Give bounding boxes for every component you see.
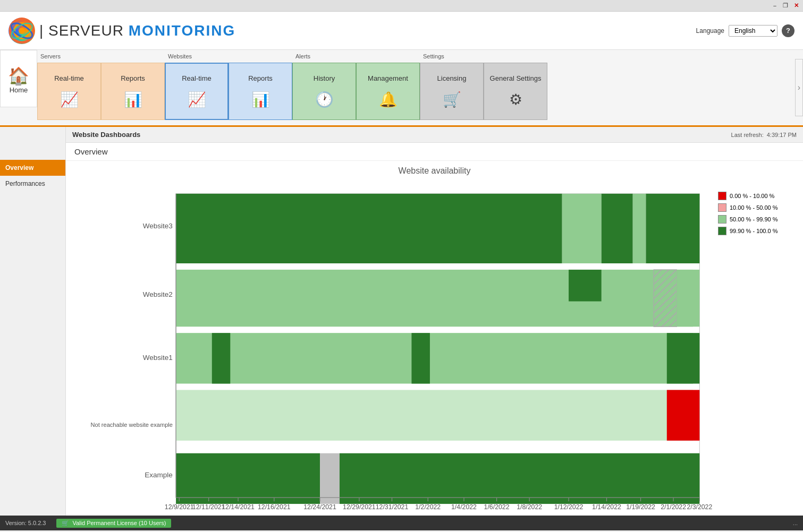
main-content: Website Dashboards Last refresh: 4:39:17… bbox=[66, 127, 803, 516]
legend-item-2: 50.00 % - 99.90 % bbox=[718, 215, 798, 224]
svg-text:12/31/2021: 12/31/2021 bbox=[376, 503, 409, 510]
svg-text:1/8/2022: 1/8/2022 bbox=[517, 503, 542, 510]
nav-bar: 🏠 Home Servers Real-time 📈 Reports 📊 Web… bbox=[0, 50, 803, 127]
legend-item-1: 10.00 % - 50.00 % bbox=[718, 203, 798, 212]
nav-home[interactable]: 🏠 Home bbox=[0, 50, 37, 107]
svg-rect-22 bbox=[569, 270, 602, 302]
close-button[interactable]: ✕ bbox=[791, 1, 801, 11]
svg-text:2/3/2022: 2/3/2022 bbox=[687, 503, 712, 510]
svg-rect-28 bbox=[633, 194, 646, 263]
legend-label-0: 0.00 % - 10.00 % bbox=[730, 193, 774, 199]
restore-button[interactable]: ❐ bbox=[781, 1, 790, 11]
nav-section-settings: Settings Licensing 🛒 General Settings ⚙ bbox=[420, 50, 547, 125]
nav-servers-realtime[interactable]: Real-time 📈 bbox=[37, 63, 101, 120]
nav-section-servers: Servers Real-time 📈 Reports 📊 bbox=[37, 50, 165, 125]
svg-text:Website3: Website3 bbox=[143, 222, 173, 230]
legend-label-1: 10.00 % - 50.00 % bbox=[730, 204, 778, 211]
nav-servers-reports[interactable]: Reports 📊 bbox=[101, 63, 165, 120]
logo-icon bbox=[9, 18, 35, 44]
svg-text:Website1: Website1 bbox=[143, 354, 173, 362]
title-bar: − ❐ ✕ bbox=[0, 0, 803, 12]
svg-text:Example: Example bbox=[145, 471, 173, 479]
legend-item-3: 99.90 % - 100.0 % bbox=[718, 227, 798, 235]
svg-rect-12 bbox=[176, 453, 320, 504]
status-dots: ... bbox=[793, 520, 798, 526]
status-version: Version: 5.0.2.3 bbox=[5, 520, 46, 526]
svg-rect-29 bbox=[646, 194, 699, 263]
dashboard-title: Website Dashboards bbox=[72, 131, 140, 139]
svg-text:2/1/2022: 2/1/2022 bbox=[661, 503, 686, 510]
app-header: | SERVEUR MONITORING Language English Fr… bbox=[0, 12, 803, 50]
svg-rect-13 bbox=[320, 453, 340, 504]
nav-websites-realtime[interactable]: Real-time 📈 bbox=[165, 63, 229, 120]
nav-alerts-management[interactable]: Management 🔔 bbox=[356, 63, 420, 120]
availability-chart: Website3 Website2 Website1 Not reachable… bbox=[71, 181, 713, 510]
svg-text:1/2/2022: 1/2/2022 bbox=[415, 503, 441, 510]
nav-section-settings-label: Settings bbox=[420, 50, 547, 63]
logo-text: | SERVEUR MONITORING bbox=[39, 22, 235, 39]
svg-text:12/11/2021: 12/11/2021 bbox=[192, 503, 225, 510]
nav-section-websites-label: Websites bbox=[165, 50, 292, 63]
legend-item-0: 0.00 % - 10.00 % bbox=[718, 192, 798, 200]
home-icon: 🏠 bbox=[8, 66, 29, 86]
svg-text:12/14/2021: 12/14/2021 bbox=[222, 503, 255, 510]
svg-text:1/12/2022: 1/12/2022 bbox=[554, 503, 584, 510]
logo: | SERVEUR MONITORING bbox=[9, 18, 235, 44]
last-refresh-time: 4:39:17 PM bbox=[767, 132, 797, 138]
svg-rect-18 bbox=[212, 333, 230, 383]
svg-text:12/16/2021: 12/16/2021 bbox=[258, 503, 291, 510]
svg-text:1/14/2022: 1/14/2022 bbox=[592, 503, 621, 510]
minimize-button[interactable]: − bbox=[770, 1, 780, 11]
content-wrapper: Overview Performances Website Dashboards… bbox=[0, 127, 803, 516]
sidebar-item-overview[interactable]: Overview bbox=[0, 160, 65, 176]
legend-label-3: 99.90 % - 100.0 % bbox=[730, 228, 778, 234]
svg-rect-14 bbox=[340, 453, 699, 504]
svg-rect-17 bbox=[176, 333, 693, 383]
svg-rect-23 bbox=[654, 270, 677, 327]
legend-color-2 bbox=[718, 215, 726, 224]
nav-section-alerts: Alerts History 🕐 Management 🔔 bbox=[292, 50, 420, 125]
chart-area: Website3 Website2 Website1 Not reachable… bbox=[71, 181, 798, 510]
nav-settings-general[interactable]: General Settings ⚙ bbox=[484, 63, 547, 120]
home-label: Home bbox=[10, 86, 28, 94]
svg-rect-27 bbox=[602, 194, 633, 263]
legend-label-2: 50.00 % - 99.90 % bbox=[730, 216, 778, 222]
help-button[interactable]: ? bbox=[782, 24, 794, 37]
svg-text:1/4/2022: 1/4/2022 bbox=[451, 503, 477, 510]
svg-rect-24 bbox=[677, 270, 699, 327]
svg-text:12/24/2021: 12/24/2021 bbox=[303, 503, 336, 510]
chart-legend: 0.00 % - 10.00 % 10.00 % - 50.00 % 50.00… bbox=[713, 181, 798, 510]
nav-websites-reports[interactable]: Reports 📊 bbox=[229, 63, 292, 120]
nav-scroll-right[interactable]: › bbox=[795, 59, 803, 116]
status-bar: Version: 5.0.2.3 🛒 Valid Permanent Licen… bbox=[0, 516, 803, 530]
status-license: 🛒 Valid Permanent License (10 Users) bbox=[56, 519, 171, 528]
last-refresh-label: Last refresh: bbox=[731, 132, 764, 138]
chart-title: Website availability bbox=[71, 166, 798, 176]
nav-alerts-history[interactable]: History 🕐 bbox=[292, 63, 356, 120]
svg-rect-15 bbox=[176, 390, 693, 440]
svg-rect-19 bbox=[411, 333, 429, 383]
dashboard-header: Website Dashboards Last refresh: 4:39:17… bbox=[66, 127, 803, 143]
sidebar-item-performances[interactable]: Performances bbox=[0, 176, 65, 192]
refresh-info: Last refresh: 4:39:17 PM bbox=[731, 132, 797, 138]
nav-section-servers-label: Servers bbox=[37, 50, 165, 63]
sidebar: Overview Performances bbox=[0, 127, 66, 516]
language-select[interactable]: English French German bbox=[729, 25, 777, 37]
legend-color-0 bbox=[718, 192, 726, 200]
svg-text:12/29/2021: 12/29/2021 bbox=[343, 503, 376, 510]
header-right: Language English French German ? bbox=[696, 24, 794, 37]
svg-rect-21 bbox=[176, 270, 693, 327]
nav-settings-licensing[interactable]: Licensing 🛒 bbox=[420, 63, 484, 120]
svg-text:Not reachable website example: Not reachable website example bbox=[91, 422, 173, 428]
language-label: Language bbox=[696, 27, 724, 35]
svg-point-2 bbox=[19, 28, 25, 34]
svg-text:1/6/2022: 1/6/2022 bbox=[484, 503, 510, 510]
license-text: Valid Permanent License (10 Users) bbox=[72, 520, 166, 526]
svg-rect-20 bbox=[667, 333, 700, 383]
nav-section-alerts-label: Alerts bbox=[292, 50, 420, 63]
svg-text:1/19/2022: 1/19/2022 bbox=[626, 503, 655, 510]
svg-text:Website2: Website2 bbox=[143, 290, 173, 298]
chart-svg-area: Website3 Website2 Website1 Not reachable… bbox=[71, 181, 713, 510]
overview-header: Overview bbox=[66, 143, 803, 161]
chart-container: Website availability Website3 Website2 W… bbox=[66, 161, 803, 516]
